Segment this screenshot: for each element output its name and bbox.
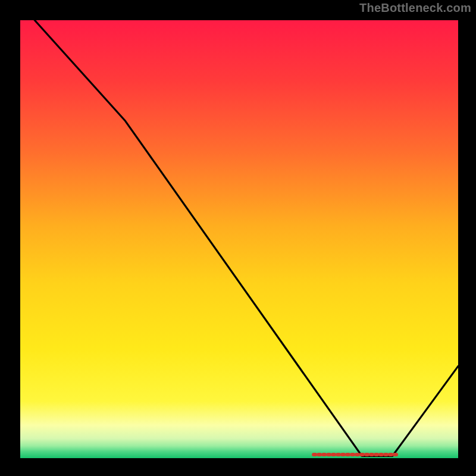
bottleneck-chart: [0, 0, 476, 476]
plot-background: [20, 20, 458, 458]
chart-wrapper: TheBottleneck.com: [0, 0, 476, 476]
